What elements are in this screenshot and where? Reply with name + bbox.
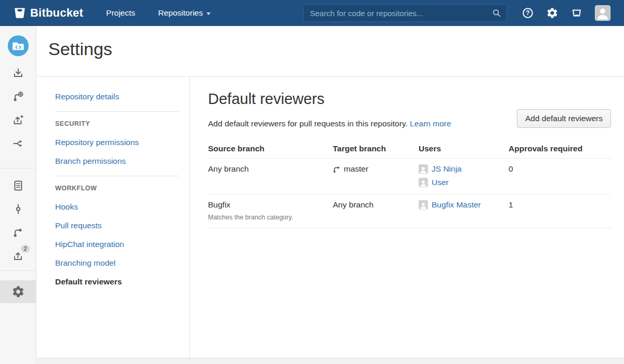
add-default-reviewers-button[interactable]: Add default reviewers: [517, 109, 611, 128]
compare-icon[interactable]: [0, 137, 36, 150]
menu-divider: [55, 176, 179, 176]
branches-icon[interactable]: [0, 226, 36, 239]
sidebar-item-settings-active[interactable]: [0, 280, 36, 303]
users-cell: JS Ninja User: [419, 159, 509, 194]
source-branch-cell: Bugfix Matches the branch category.: [208, 194, 333, 228]
table-header-row: Source branch Target branch Users Approv…: [208, 139, 611, 159]
sidebar-divider: [0, 270, 36, 271]
clone-icon[interactable]: [0, 67, 36, 80]
user-link[interactable]: User: [419, 178, 509, 187]
search-input[interactable]: [303, 4, 507, 22]
settings-menu-repository-details[interactable]: Repository details: [55, 93, 179, 101]
bitbucket-logo[interactable]: Bitbucket: [13, 6, 83, 20]
settings-menu-branching-model[interactable]: Branching model: [55, 259, 179, 267]
column-header-target-branch: Target branch: [333, 139, 419, 159]
inbox-icon[interactable]: [570, 7, 583, 19]
table-row: Any branch: [208, 159, 611, 194]
user-avatar-icon: [419, 164, 428, 174]
target-branch-cell: master: [333, 159, 419, 194]
source-browse-icon[interactable]: [0, 179, 36, 192]
help-icon[interactable]: ?: [522, 7, 534, 19]
footer: [37, 358, 624, 364]
column-header-source-branch: Source branch: [208, 139, 333, 159]
approvals-required-cell: 1: [509, 194, 611, 228]
settings-menu-heading-security: SECURITY: [55, 120, 179, 128]
settings-gear-icon: [11, 285, 25, 298]
default-reviewers-panel: Default reviewers Add default reviewers …: [190, 77, 624, 358]
user-avatar-icon: [419, 178, 428, 187]
settings-menu-hooks[interactable]: Hooks: [55, 203, 179, 211]
column-header-approvals-required: Approvals required: [509, 139, 611, 159]
table-row: Bugfix Matches the branch category. Any …: [208, 194, 611, 228]
settings-menu-default-reviewers-active[interactable]: Default reviewers: [55, 278, 179, 286]
search-icon[interactable]: [491, 8, 502, 18]
section-heading: Default reviewers: [208, 90, 611, 108]
pull-requests-badge: 2: [21, 245, 29, 253]
settings-menu-repository-permissions[interactable]: Repository permissions: [55, 138, 179, 147]
users-cell: Bugfix Master: [419, 194, 509, 228]
top-navigation-bar: Bitbucket Projects Repositories ?: [0, 0, 624, 26]
sidebar-divider: [0, 168, 36, 168]
page-title: Settings: [37, 26, 624, 59]
gear-icon[interactable]: [546, 7, 558, 19]
menu-divider: [55, 111, 179, 112]
create-branch-icon[interactable]: [0, 90, 36, 103]
settings-menu-branch-permissions[interactable]: Branch permissions: [55, 157, 179, 165]
create-pull-request-icon[interactable]: [0, 114, 36, 126]
topbar-icon-cluster: ?: [522, 5, 610, 21]
settings-menu-hipchat-integration[interactable]: HipChat integration: [55, 240, 179, 249]
repository-sidebar: 2: [0, 26, 36, 364]
main-area: Settings Repository details SECURITY Rep…: [37, 26, 624, 364]
bucket-icon: [13, 6, 27, 20]
commits-icon[interactable]: [0, 203, 36, 215]
global-search: [303, 4, 507, 22]
chevron-down-icon: [206, 12, 211, 15]
top-nav-links: Projects Repositories: [106, 8, 211, 18]
nav-repositories[interactable]: Repositories: [158, 8, 211, 18]
pull-requests-icon[interactable]: 2: [0, 250, 36, 262]
user-avatar-icon: [419, 200, 428, 210]
settings-menu-heading-workflow: WORKFLOW: [55, 185, 179, 192]
user-link[interactable]: Bugfix Master: [419, 200, 509, 210]
target-branch-cell: Any branch: [333, 194, 419, 228]
brand-name: Bitbucket: [30, 6, 83, 20]
approvals-required-cell: 0: [509, 159, 611, 194]
settings-menu: Repository details SECURITY Repository p…: [37, 77, 190, 358]
branch-icon: [333, 166, 340, 173]
nav-projects[interactable]: Projects: [106, 8, 135, 18]
default-reviewers-table: Source branch Target branch Users Approv…: [208, 139, 611, 228]
settings-menu-pull-requests[interactable]: Pull requests: [55, 222, 179, 230]
column-header-users: Users: [419, 139, 509, 159]
user-link[interactable]: JS Ninja: [419, 164, 509, 174]
repository-avatar[interactable]: [8, 35, 29, 56]
learn-more-link[interactable]: Learn more: [410, 119, 451, 128]
source-branch-cell: Any branch: [208, 159, 333, 194]
svg-text:?: ?: [526, 9, 529, 17]
source-branch-note: Matches the branch category.: [208, 214, 333, 221]
user-avatar[interactable]: [595, 5, 610, 21]
page-header: Settings: [37, 26, 624, 77]
